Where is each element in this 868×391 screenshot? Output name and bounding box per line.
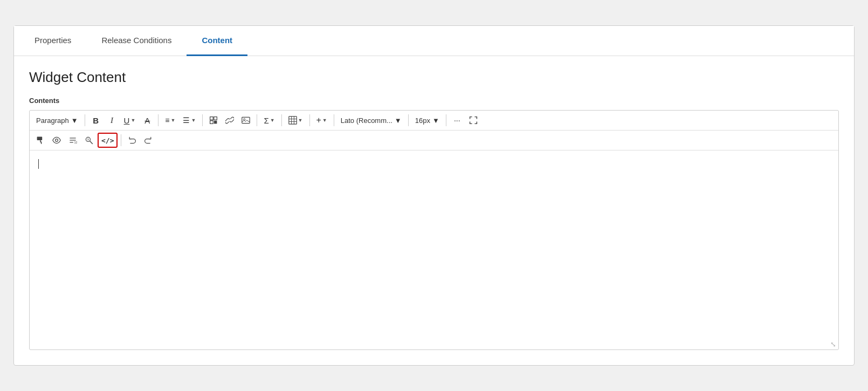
format-button[interactable]: 123: [65, 133, 80, 148]
resize-handle[interactable]: ⤡: [30, 339, 838, 349]
image-button[interactable]: [238, 113, 253, 128]
page-wrapper: Properties Release Conditions Content Wi…: [13, 25, 855, 366]
align-icon: ≡: [165, 116, 169, 125]
insert-plus-button[interactable]: + ▼: [313, 113, 330, 128]
list-icon: ☰: [183, 116, 190, 125]
divider-9: [446, 114, 446, 126]
italic-icon: I: [111, 116, 113, 125]
rich-text-editor[interactable]: Paragraph ▼ B I U ▼ A: [29, 110, 839, 350]
tab-properties[interactable]: Properties: [19, 26, 86, 56]
paragraph-dropdown[interactable]: Paragraph ▼: [33, 113, 81, 128]
font-family-caret-icon: ▼: [395, 116, 402, 125]
image-icon: [242, 116, 250, 125]
equation-caret-icon: ▼: [270, 118, 275, 123]
svg-point-5: [244, 119, 245, 120]
divider-10: [121, 134, 121, 146]
undo-button[interactable]: [125, 133, 140, 148]
find-replace-button[interactable]: ?: [81, 133, 97, 148]
table-icon: [288, 116, 297, 125]
paragraph-label: Paragraph: [36, 116, 69, 125]
fullscreen-button[interactable]: [466, 113, 481, 128]
redo-icon: [144, 136, 153, 145]
strikethrough-icon: A: [144, 116, 150, 125]
svg-rect-3: [214, 121, 217, 124]
table-button[interactable]: ▼: [285, 113, 306, 128]
list-caret-icon: ▼: [191, 118, 196, 123]
divider-5: [281, 114, 282, 126]
tab-content[interactable]: Content: [187, 26, 247, 56]
resize-icon: ⤡: [830, 340, 836, 348]
editor-body[interactable]: [30, 150, 838, 339]
bold-button[interactable]: B: [88, 113, 104, 128]
insert-special-button[interactable]: [206, 113, 221, 128]
plus-caret-icon: ▼: [322, 118, 327, 123]
preview-button[interactable]: [49, 133, 64, 148]
font-size-label: 16px: [415, 116, 430, 125]
more-icon: ···: [454, 116, 460, 125]
svg-point-12: [56, 139, 58, 142]
underline-caret-icon: ▼: [130, 118, 135, 123]
page-title: Widget Content: [29, 69, 839, 86]
svg-rect-0: [210, 117, 213, 120]
code-view-icon: </>: [101, 136, 114, 145]
underline-button[interactable]: U ▼: [121, 113, 139, 128]
insert-special-icon: [209, 116, 218, 125]
svg-rect-1: [214, 117, 217, 120]
svg-text:123: 123: [74, 141, 77, 144]
link-button[interactable]: [222, 113, 237, 128]
divider-6: [309, 114, 310, 126]
svg-rect-11: [37, 137, 43, 140]
italic-button[interactable]: I: [105, 113, 120, 128]
underline-icon: U: [124, 116, 130, 125]
tab-bar: Properties Release Conditions Content: [14, 26, 854, 56]
tab-release-conditions[interactable]: Release Conditions: [86, 26, 187, 56]
font-size-dropdown[interactable]: 16px ▼: [412, 113, 443, 128]
paragraph-caret-icon: ▼: [71, 116, 78, 125]
paint-format-icon: [36, 136, 45, 145]
align-button[interactable]: ≡ ▼: [162, 113, 178, 128]
svg-rect-4: [242, 117, 250, 123]
format-icon: 123: [68, 136, 77, 145]
divider-8: [408, 114, 409, 126]
font-family-dropdown[interactable]: Lato (Recomm... ▼: [337, 113, 405, 128]
plus-icon: +: [316, 115, 321, 125]
equation-button[interactable]: Σ ▼: [260, 113, 278, 128]
preview-icon: [52, 136, 61, 145]
font-family-label: Lato (Recomm...: [341, 116, 392, 125]
list-button[interactable]: ☰ ▼: [180, 113, 199, 128]
equation-icon: Σ: [264, 116, 268, 125]
toolbar-row-2: 123 ? </>: [30, 131, 838, 150]
svg-line-18: [90, 141, 93, 144]
divider-3: [202, 114, 203, 126]
fullscreen-icon: [469, 116, 478, 125]
align-caret-icon: ▼: [171, 118, 176, 123]
font-size-caret-icon: ▼: [432, 116, 439, 125]
divider-7: [334, 114, 334, 126]
bold-icon: B: [93, 116, 99, 125]
divider-4: [257, 114, 257, 126]
toolbar-row-1: Paragraph ▼ B I U ▼ A: [30, 111, 838, 131]
undo-icon: [128, 136, 136, 145]
text-cursor: [38, 159, 39, 169]
divider-1: [85, 114, 85, 126]
svg-rect-2: [210, 121, 213, 124]
divider-2: [158, 114, 159, 126]
redo-button[interactable]: [141, 133, 156, 148]
find-replace-icon: ?: [85, 136, 93, 145]
contents-label: Contents: [29, 97, 839, 105]
svg-rect-6: [288, 116, 296, 124]
svg-text:?: ?: [87, 138, 89, 141]
more-options-button[interactable]: ···: [450, 113, 465, 128]
code-view-button[interactable]: </>: [98, 133, 118, 148]
table-caret-icon: ▼: [298, 118, 303, 123]
strikethrough-button[interactable]: A: [140, 113, 155, 128]
link-icon: [225, 116, 234, 125]
paint-format-button[interactable]: [33, 133, 48, 148]
content-area: Widget Content Contents Paragraph ▼ B I: [14, 56, 854, 365]
